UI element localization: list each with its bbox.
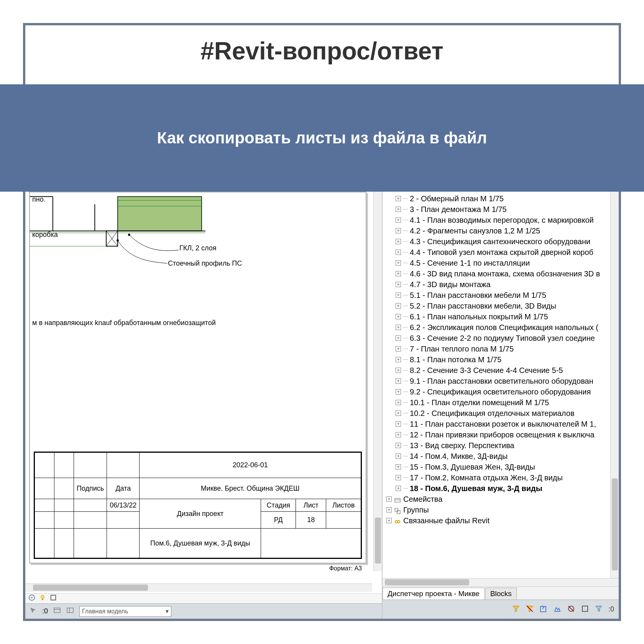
filter-icon-5[interactable] — [567, 605, 575, 614]
tree-sheet-item[interactable]: +⋯4.5 - Сечение 1-1 по инсталляции — [384, 258, 619, 268]
tree-sheet-item[interactable]: +⋯4.6 - 3D вид плана монтажа, схема обоз… — [384, 268, 619, 279]
panel-icon-1[interactable] — [53, 606, 61, 616]
select-icon[interactable] — [29, 606, 37, 616]
filter-icon-3[interactable] — [539, 605, 548, 614]
expander-icon[interactable]: + — [396, 464, 401, 470]
tree-sheet-item[interactable]: +⋯5.2 - План расстановки мебели, 3D Виды — [384, 301, 619, 311]
tree-sheet-item[interactable]: +⋯11 - План расстановки розеток и выключ… — [384, 419, 619, 429]
svg-rect-23 — [395, 508, 398, 511]
expander-icon[interactable]: + — [386, 518, 392, 523]
tree-sheet-item[interactable]: +⋯7 - План теплого пола М 1/75 — [384, 343, 619, 354]
tree-sheet-item[interactable]: +⋯9.1 - План расстановки осветительного … — [384, 376, 619, 386]
expander-icon[interactable]: + — [396, 400, 401, 405]
svg-rect-17 — [54, 608, 60, 613]
expander-icon[interactable]: + — [396, 357, 401, 362]
expander-icon[interactable]: + — [396, 239, 401, 244]
expander-icon[interactable]: + — [396, 292, 401, 298]
expander-icon[interactable]: + — [396, 325, 401, 330]
tree-dots-icon: ⋯ — [403, 343, 407, 354]
expander-icon[interactable]: + — [396, 486, 401, 491]
tree-item-label: 13 - Вид сверху. Перспектива — [410, 440, 514, 451]
expander-icon[interactable]: + — [396, 271, 401, 276]
canvas-vscroll[interactable] — [373, 192, 382, 571]
expander-icon[interactable]: + — [396, 260, 401, 266]
lightbulb-icon[interactable] — [39, 594, 46, 603]
tree-sheet-item[interactable]: +⋯4.7 - 3D виды монтажа — [384, 279, 619, 290]
expander-icon[interactable]: + — [396, 196, 401, 201]
expander-icon[interactable]: + — [396, 250, 401, 255]
sheet-canvas[interactable]: пно. коробка ГКЛ, 2 слоя Стоечный профил… — [25, 192, 382, 619]
tree-sheet-item[interactable]: +⋯3 - План демонтажа М 1/75 — [384, 204, 619, 215]
filter-icon-4[interactable] — [553, 605, 562, 614]
tree-sheet-item[interactable]: +⋯2 - Обмерный план М 1/75 — [384, 193, 619, 204]
filter-icon-2[interactable] — [526, 605, 534, 614]
tree-sheet-item[interactable]: +⋯14 - Пом.4, Микве, 3Д-виды — [384, 451, 619, 462]
tree-dots-icon: ⋯ — [403, 397, 407, 408]
nav-wheel-icon[interactable] — [28, 594, 35, 603]
tree-sheet-item[interactable]: +⋯10.2 - Спецификация отделочных материа… — [384, 408, 619, 419]
browser-hscroll[interactable] — [383, 578, 619, 586]
expander-icon[interactable]: + — [396, 282, 401, 287]
drawing-detail: пно. коробка ГКЛ, 2 слоя Стоечный профил… — [30, 192, 366, 338]
tab-project-browser[interactable]: Диспетчер проекта - Микве — [383, 588, 485, 600]
tree-sheet-item[interactable]: +⋯10.1 - План отделки помещений М 1/75 — [384, 397, 619, 408]
tree-root-item[interactable]: +Группы — [384, 504, 619, 515]
expander-icon[interactable]: + — [396, 207, 401, 212]
filter-icon-1[interactable] — [512, 605, 520, 614]
expander-icon[interactable]: + — [396, 378, 401, 384]
expander-icon[interactable]: + — [396, 453, 401, 459]
tree-sheet-item[interactable]: +⋯13 - Вид сверху. Перспектива — [384, 440, 619, 451]
tree-item-label: 17 - Пом.2, Комната отдыха Жен, 3-Д виды — [410, 472, 563, 483]
tree-sheet-item[interactable]: +⋯18 - Пом.6, Душевая муж, 3-Д виды — [384, 483, 619, 494]
expander-icon[interactable]: + — [396, 335, 401, 341]
tree-sheet-item[interactable]: +⋯4.1 - План возводимых перегородок, с м… — [384, 215, 619, 225]
panel-icon-2[interactable] — [66, 606, 74, 616]
expander-icon[interactable]: + — [396, 421, 401, 427]
tree-sheet-item[interactable]: +⋯17 - Пом.2, Комната отдыха Жен, 3-Д ви… — [384, 472, 619, 483]
canvas-hscroll[interactable] — [25, 583, 372, 592]
tree-sheet-item[interactable]: +⋯15 - Пом.3, Душевая Жен, 3Д-виды — [384, 462, 619, 472]
expander-icon[interactable]: + — [386, 496, 392, 502]
vscroll-thumb[interactable] — [375, 518, 381, 564]
tree-sheet-item[interactable]: +⋯6.2 - Экспликация полов Спецификация н… — [384, 322, 619, 333]
expander-icon[interactable]: + — [396, 303, 401, 309]
expander-icon[interactable]: + — [396, 228, 401, 233]
expander-icon[interactable]: + — [386, 507, 392, 513]
expander-icon[interactable]: + — [396, 411, 401, 416]
svg-rect-24 — [397, 511, 400, 514]
tree-sheet-item[interactable]: +⋯9.2 - Спецификация осветительного обор… — [384, 386, 619, 397]
browser-vscroll-thumb[interactable] — [612, 478, 618, 570]
tab-blocks[interactable]: Blocks — [485, 588, 517, 600]
tree-sheet-item[interactable]: +⋯8.1 - План потолка М 1/75 — [384, 354, 619, 365]
browser-tree[interactable]: +⋯2 - Обмерный план М 1/75+⋯3 - План дем… — [383, 192, 619, 578]
tree-root-item[interactable]: +Связанные файлы Revit — [384, 515, 619, 526]
tree-item-label: 4.3 - Спецификация сантехнического обору… — [410, 236, 590, 247]
crop-icon[interactable] — [50, 594, 57, 603]
tree-sheet-item[interactable]: +⋯12 - План привязки приборов освещения … — [384, 429, 619, 440]
links-icon — [394, 517, 401, 524]
expander-icon[interactable]: + — [396, 475, 401, 480]
drawing-sheet[interactable]: пно. коробка ГКЛ, 2 слоя Стоечный профил… — [29, 192, 366, 564]
expander-icon[interactable]: + — [396, 443, 401, 448]
tree-sheet-item[interactable]: +⋯4.3 - Спецификация сантехнического обо… — [384, 236, 619, 247]
expander-icon[interactable]: + — [396, 389, 401, 394]
expander-icon[interactable]: + — [396, 368, 401, 373]
tree-sheet-item[interactable]: +⋯4.4 - Типовой узел монтажа скрытой две… — [384, 247, 619, 258]
filter-icon-6[interactable] — [581, 605, 589, 614]
browser-hscroll-thumb[interactable] — [385, 579, 469, 585]
workset-dropdown[interactable]: Главная модель ▾ — [79, 606, 171, 617]
browser-vscroll[interactable] — [610, 192, 619, 578]
expander-icon[interactable]: + — [396, 432, 401, 437]
tree-sheet-item[interactable]: +⋯5.1 - План расстановки мебели М 1/75 — [384, 290, 619, 301]
svg-rect-28 — [540, 606, 546, 612]
expander-icon[interactable]: + — [396, 217, 401, 223]
hscroll-thumb[interactable] — [33, 585, 148, 591]
expander-icon[interactable]: + — [396, 346, 401, 352]
tree-sheet-item[interactable]: +⋯6.1 - План напольных покрытий М 1/75 — [384, 311, 619, 322]
tree-root-item[interactable]: +Семейства — [384, 494, 619, 504]
tree-sheet-item[interactable]: +⋯4.2 - Фрагменты санузлов 1,2 М 1/25 — [384, 225, 619, 236]
expander-icon[interactable]: + — [396, 314, 401, 319]
tree-sheet-item[interactable]: +⋯6.3 - Сечение 2-2 по подиуму Типовой у… — [384, 333, 619, 343]
funnel-icon[interactable] — [595, 605, 603, 614]
tree-sheet-item[interactable]: +⋯8.2 - Сечение 3-3 Сечение 4-4 Сечение … — [384, 365, 619, 376]
